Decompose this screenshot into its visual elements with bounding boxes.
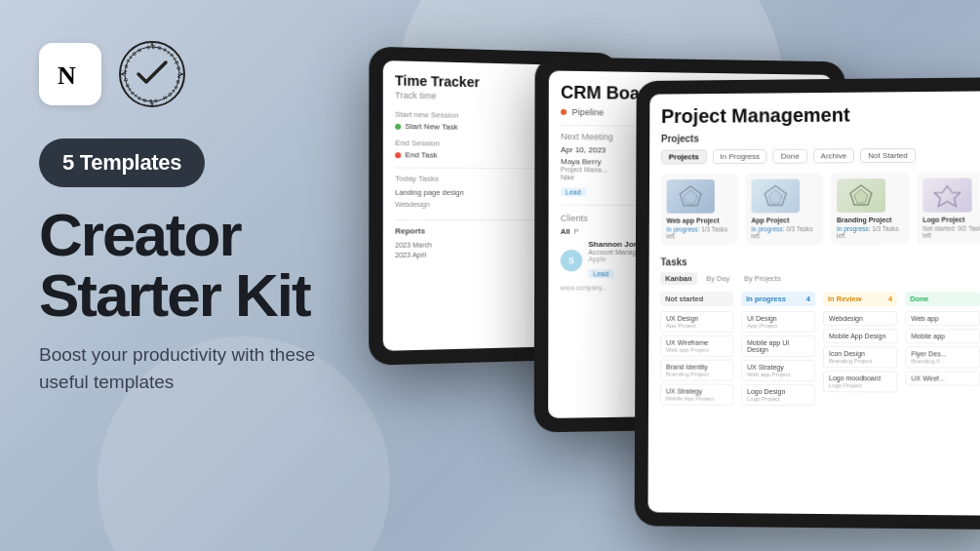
kanban-task-done-2: Mobile app [905,329,980,343]
kanban-col-in-progress: In progress 4 UI Design App Project Mobi… [741,292,815,409]
tt-report-period-1: 2023 March [395,241,432,248]
task-proj-ns-4: Mobile App Project [666,396,727,402]
crm-pipeline-dot [561,109,567,115]
kanban-col-not-started: Not started UX Design App Project UX Wir… [660,292,734,409]
pm-projects-label: Projects [661,131,980,143]
pm-project-status-2: In progress: 0/3 Tasks left [751,225,817,239]
pm-project-thumb-3 [837,178,885,213]
svg-marker-11 [854,189,868,203]
pm-project-card-1: Web app Project In progress: 1/3 Tasks l… [661,174,738,246]
pm-title: Project Management [661,102,980,128]
pm-progress-4: Not started: [922,225,956,232]
svg-marker-12 [934,186,960,207]
task-name-done-1: Web app [911,315,974,322]
kanban-task-ir-3: Icon Design Branding Project [823,346,897,368]
task-proj-ns-2: Web app Project [666,347,727,353]
task-name-ip-1: UI Design [747,315,809,322]
tt-end-text: End Task [405,150,437,159]
tt-task-name-1: Landing page design [395,188,464,197]
crm-pipeline-text: Pipeline [572,107,604,117]
pm-project-card-3: Branding Project In progress: 1/3 Tasks … [831,173,909,245]
task-proj-ns-1: App Project [666,323,727,329]
tablet-project-management: Project Management Projects Projects In … [635,77,980,530]
pm-project-status-1: In progress: 1/3 Tasks left [666,225,731,239]
kanban-task-ns-2: UX Wireframe Web app Project [660,335,733,357]
notion-certified-badge: NOTION CERTIFIED NOTION CERTIFIED [117,39,187,109]
pm-projects-grid: Web app Project In progress: 1/3 Tasks l… [661,172,980,245]
tt-start-dot [395,123,401,129]
kanban-task-ir-4: Logo moodboard Logo Project [823,371,897,392]
kanban-task-ir-1: Webdesign [823,311,897,326]
pm-tab-inprogress[interactable]: In Progress [713,149,767,164]
kanban-label-ns: Not started [665,295,703,303]
pm-project-card-2: App Project In progress: 0/3 Tasks left [745,173,823,245]
kanban-task-ir-2: Mobile App Design [823,329,897,343]
subheadline: Boost your productivity with these usefu… [39,341,351,395]
crm-filter-all[interactable]: All [561,227,570,236]
crm-client-tag-1: Lead [588,269,613,278]
kanban-col-in-review: In Review 4 Webdesign Mobile App Design … [823,292,897,410]
task-name-ir-1: Webdesign [829,315,891,322]
task-proj-ip-3: Web app Project [747,372,809,377]
pm-project-progress-1: In progress: [666,226,699,233]
headline-line2: Starter Kit [39,261,310,329]
right-panel: Time Tracker Track time Start new Sessio… [400,29,941,551]
task-name-ns-2: UX Wireframe [666,339,727,346]
pm-project-thumb-2 [751,178,800,213]
headline-line1: Creator [39,201,241,268]
pm-project-name-2: App Project [751,216,817,223]
kanban-count-ip: 4 [806,295,810,303]
pm-kanban-board: Not started UX Design App Project UX Wir… [660,292,980,410]
pm-project-status-3: In progress: 1/3 Tasks left [837,225,903,239]
kanban-task-done-1: Web app [905,311,980,326]
pm-kanban-tab-byday[interactable]: By Day [701,272,734,285]
crm-tag-lead: Lead [561,187,586,196]
pm-tab-notstarted[interactable]: Not Started [860,148,916,163]
task-proj-ns-3: Branding Project [666,372,727,377]
pm-kanban-tabs: Kanban By Day By Projects [660,272,980,285]
kanban-count-ir: 4 [888,295,892,303]
pm-content: Project Management Projects Projects In … [648,91,980,421]
kanban-label-ir: In Review [828,295,862,303]
kanban-task-ns-4: UX Strategy Mobile App Project [660,384,733,406]
crm-avatar-1: S [561,250,582,271]
kanban-task-done-4: UX Wiref... [905,371,980,385]
pm-tab-projects[interactable]: Projects [661,149,707,164]
notion-logo: N [39,43,101,105]
pm-kanban-tab-byprojects[interactable]: By Projects [739,272,786,285]
kanban-header-not-started: Not started [660,292,733,306]
left-panel: N [39,29,390,395]
pm-kanban-tab-kanban[interactable]: Kanban [660,272,696,285]
task-name-done-2: Mobile app [911,333,974,339]
pm-project-status-4: Not started: 0/2 Tasks left [922,225,980,239]
kanban-task-done-3: Flyer Des... Branding P... [905,346,980,368]
kanban-task-ip-4: Logo Design Logo Project [741,384,815,406]
task-proj-ip-4: Logo Project [747,396,809,402]
task-name-ns-1: UX Design [666,315,727,322]
task-name-ip-3: UX Strategy [747,364,809,371]
pm-project-thumb-1 [667,179,715,214]
pm-progress-2: In progress: [751,225,784,232]
kanban-label-ip: In progress [746,295,786,303]
kanban-col-done: Done Web app Mobile app Flyer Des... Bra… [905,292,980,410]
pm-project-card-4: Logo Project Not started: 0/2 Tasks left [917,172,980,244]
kanban-header-done: Done [905,292,980,306]
pm-project-name-4: Logo Project [922,216,980,223]
task-proj-done-3: Branding P... [911,358,974,364]
pm-tasks-label: Tasks [660,256,980,268]
crm-filter-p[interactable]: P [574,227,579,236]
kanban-task-ns-1: UX Design App Project [660,311,733,333]
task-proj-ip-1: App Project [747,323,809,329]
pm-tab-done[interactable]: Done [773,149,807,164]
pm-tab-archive[interactable]: Archive [813,148,855,163]
kanban-header-in-review: In Review 4 [823,292,897,306]
task-name-ir-4: Logo moodboard [829,374,891,381]
pm-project-thumb-4 [922,178,972,213]
main-content: N [0,0,980,551]
templates-badge: 5 Templates [39,138,205,187]
task-name-ns-4: UX Strategy [666,388,727,395]
tt-task-sub-1: Webdesign [395,201,430,210]
kanban-label-done: Done [910,295,928,303]
tt-report-period-2: 2023 April [395,251,426,257]
tt-end-dot [395,152,401,158]
